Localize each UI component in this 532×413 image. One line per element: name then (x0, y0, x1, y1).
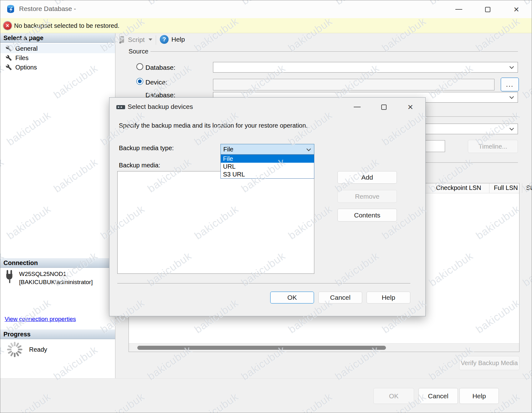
connection-server: W25SQL25NOD1 (19, 270, 93, 278)
close-icon: × (408, 102, 413, 112)
connection-account: [BAKICUBUK\administrator] (19, 278, 93, 286)
maximize-icon (381, 105, 387, 110)
select-a-page-header: Select a page (0, 33, 115, 43)
close-icon: × (514, 5, 519, 14)
chevron-down-icon (509, 126, 514, 130)
sidebar: Select a page General Files Options Conn… (0, 33, 115, 378)
timeline-button[interactable]: Timeline... (468, 140, 518, 153)
help-icon: ? (160, 35, 169, 44)
column-header-checkpoint-lsn[interactable]: Checkpoint LSN (436, 184, 481, 191)
modal-title-bar: Select backup devices × (109, 98, 425, 116)
sidebar-item-files[interactable]: Files (0, 53, 115, 63)
dropdown-option-url[interactable]: URL (221, 163, 314, 171)
modal-maximize-button[interactable] (377, 102, 391, 112)
remove-button[interactable]: Remove (337, 190, 397, 203)
script-label: Script (128, 36, 145, 43)
column-separator (489, 183, 489, 193)
script-dropdown-caret-icon (149, 38, 152, 41)
help-button[interactable]: Help (459, 388, 499, 404)
page-list: General Files Options (0, 44, 115, 72)
title-bar: Restore Database - × (0, 0, 532, 18)
error-icon: × (3, 22, 12, 30)
ok-button[interactable]: OK (373, 388, 414, 404)
dropdown-option-s3-url[interactable]: S3 URL (221, 171, 314, 178)
minimize-icon (455, 9, 462, 10)
dropdown-option-file[interactable]: File (221, 155, 314, 163)
horizontal-scrollbar-thumb[interactable] (137, 346, 386, 350)
window-title: Restore Database - (19, 5, 76, 13)
backup-media-listbox[interactable] (117, 171, 314, 274)
connection-info: W25SQL25NOD1 [BAKICUBUK\administrator] (3, 270, 93, 286)
verify-backup-media-button[interactable]: Verify Backup Media (459, 356, 519, 370)
add-button[interactable]: Add (337, 171, 397, 184)
device-radio-label: Device: (145, 79, 167, 86)
select-backup-devices-dialog: Select backup devices × Specify the back… (109, 97, 426, 316)
backup-media-type-combobox[interactable]: File (220, 144, 314, 155)
modal-close-button[interactable]: × (403, 102, 417, 112)
connection-plug-icon (3, 270, 16, 284)
sidebar-item-label: Options (15, 64, 37, 71)
connection-header: Connection (0, 258, 115, 268)
script-icon (119, 35, 125, 44)
modal-help-button[interactable]: Help (367, 292, 410, 303)
minimize-icon (354, 107, 361, 107)
modal-minimize-button[interactable] (350, 102, 364, 112)
chevron-down-icon (509, 94, 514, 99)
contents-button[interactable]: Contents (337, 209, 397, 222)
device-path-input[interactable] (213, 79, 494, 90)
backup-media-type-label: Backup media type: (119, 145, 174, 152)
view-connection-properties-link[interactable]: View connection properties (5, 316, 76, 323)
modal-description: Specify the backup media and its locatio… (119, 122, 308, 129)
sidebar-item-label: Files (15, 54, 28, 62)
alert-message: No backupset selected to be restored. (14, 18, 119, 33)
chevron-down-icon (307, 147, 311, 151)
modal-ok-button[interactable]: OK (270, 292, 314, 303)
footer-bar: OK Cancel Help (0, 378, 532, 413)
progress-status: Ready (29, 346, 47, 353)
wrench-icon (6, 45, 12, 52)
wrench-icon (6, 64, 12, 70)
sidebar-item-options[interactable]: Options (0, 63, 115, 72)
modal-separator (117, 283, 410, 283)
cancel-button[interactable]: Cancel (418, 388, 458, 404)
wrench-icon (6, 55, 12, 61)
source-database-combobox[interactable] (213, 62, 518, 73)
database-app-icon (6, 4, 15, 14)
media-type-dropdown-list: File URL S3 URL (220, 155, 314, 179)
script-button[interactable]: Script (119, 35, 152, 44)
backup-device-icon (116, 105, 125, 110)
horizontal-scrollbar[interactable] (129, 343, 519, 352)
column-header-st[interactable]: St (526, 184, 532, 191)
backup-media-type-value: File (223, 146, 233, 153)
database-radio-label: Database: (145, 64, 175, 71)
sidebar-item-general[interactable]: General (0, 44, 115, 53)
modal-cancel-button[interactable]: Cancel (318, 292, 362, 303)
column-separator (522, 183, 522, 193)
modal-title: Select backup devices (128, 103, 193, 110)
sidebar-item-label: General (15, 45, 38, 52)
help-toolbar-button[interactable]: ? Help (160, 35, 185, 44)
source-group-label: Source (129, 48, 148, 55)
backup-media-label: Backup media: (119, 162, 160, 169)
maximize-icon (485, 7, 490, 12)
source-group-line (150, 51, 518, 52)
browse-devices-button[interactable]: ... (501, 78, 519, 91)
device-radio[interactable] (136, 78, 143, 85)
restore-database-window: Restore Database - × × No backupset sele… (0, 0, 532, 413)
progress-header: Progress (0, 329, 115, 339)
close-button[interactable]: × (509, 4, 524, 15)
maximize-button[interactable] (480, 4, 495, 15)
toolbar-divider (156, 35, 156, 45)
help-label: Help (171, 36, 185, 43)
minimize-button[interactable] (451, 4, 466, 15)
database-radio[interactable] (136, 63, 143, 70)
chevron-down-icon (509, 64, 514, 69)
column-header-full-lsn[interactable]: Full LSN (494, 184, 518, 191)
alert-bar: × No backupset selected to be restored. (0, 18, 532, 33)
progress-spinner-icon (6, 341, 23, 358)
